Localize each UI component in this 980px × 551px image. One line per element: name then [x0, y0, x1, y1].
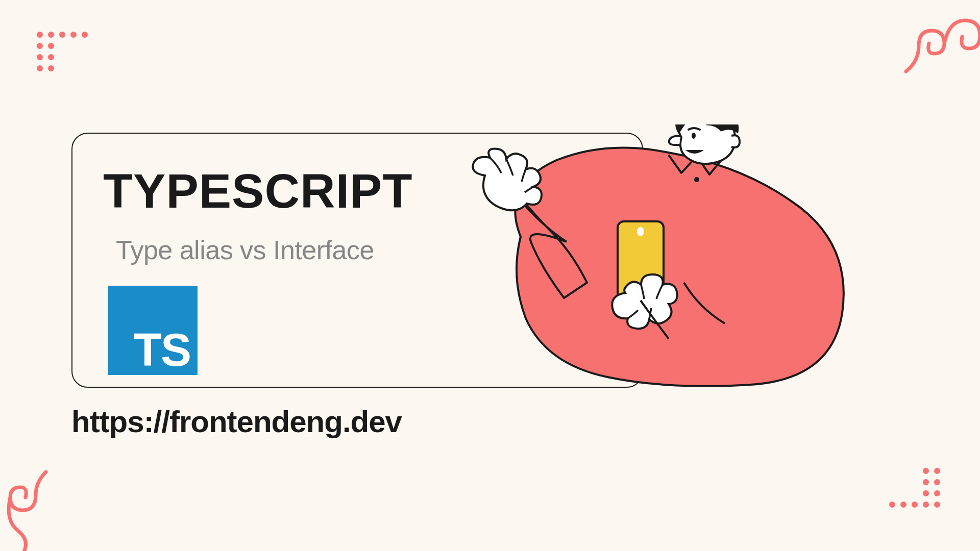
svg-point-19 — [912, 502, 918, 508]
svg-point-15 — [923, 490, 929, 496]
site-url: https://frontendeng.dev — [71, 404, 402, 439]
svg-point-3 — [70, 32, 77, 38]
svg-point-11 — [923, 468, 929, 474]
svg-point-25 — [637, 227, 644, 236]
svg-point-18 — [900, 502, 906, 508]
decorative-swirl-top-right-icon — [893, 0, 980, 77]
svg-point-12 — [934, 468, 940, 474]
typescript-logo-icon: TS — [108, 286, 198, 375]
svg-point-22 — [694, 177, 699, 182]
decorative-swirl-bottom-left-icon — [0, 464, 56, 551]
svg-point-13 — [923, 479, 929, 485]
svg-point-6 — [48, 43, 54, 49]
svg-point-5 — [37, 43, 43, 49]
typescript-logo-text: TS — [134, 327, 190, 373]
svg-point-8 — [48, 54, 54, 60]
svg-point-20 — [923, 502, 929, 508]
svg-point-16 — [934, 490, 940, 496]
svg-point-9 — [37, 65, 43, 71]
svg-point-7 — [37, 54, 43, 60]
svg-point-23 — [692, 133, 696, 139]
person-holding-phone-illustration-icon — [464, 124, 852, 400]
svg-point-14 — [934, 479, 940, 485]
svg-point-21 — [934, 502, 940, 508]
svg-point-10 — [48, 65, 54, 71]
svg-point-1 — [48, 32, 54, 38]
svg-point-2 — [59, 32, 65, 38]
decorative-dots-bottom-right-icon — [888, 467, 942, 518]
svg-point-17 — [889, 502, 895, 508]
svg-point-0 — [37, 32, 43, 38]
decorative-dots-top-left-icon — [36, 31, 89, 82]
svg-point-4 — [82, 32, 88, 38]
